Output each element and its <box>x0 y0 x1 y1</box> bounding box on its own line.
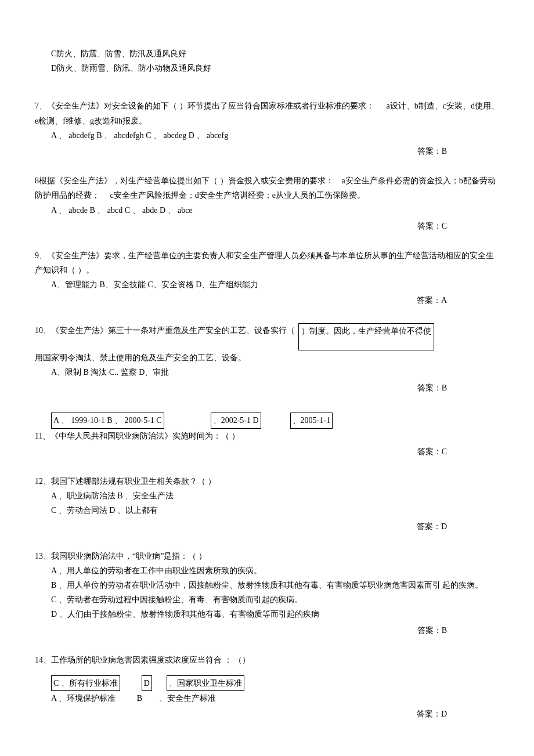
q13-opt-a: A 、用人单位的劳动者在工作中由职业性因素所致的疾病。 <box>35 563 499 578</box>
q14-box-d-label: D <box>142 675 152 691</box>
q13-opt-c: C 、劳动者在劳动过程中因接触粉尘、有毒、有害物质而引起的疾病。 <box>35 592 499 607</box>
q11-box2: 、2002-5-1 D <box>211 413 261 428</box>
q14-answer: 答案：D <box>35 707 499 721</box>
q8-stem-a: 8根据《安全生产法》，对生产经营单位提出如下（ ）资金投入或安全费用的要求： <box>35 176 334 185</box>
q12-options-line1: A 、职业病防治法 B 、安全生产法 <box>35 489 499 503</box>
q11-answer: 答案：C <box>35 444 499 459</box>
q14-opt-b-text: 、安全生产标准 <box>159 694 216 703</box>
q14-box-c: C 、所有行业标准 <box>51 675 120 691</box>
q9-answer: 答案：A <box>35 293 499 308</box>
question-9: 9、《安全生产法》要求，生产经营单位的主要负责人和安全生产管理人员必须具备与本单… <box>35 248 499 277</box>
q10-stem-box: ）制度。因此，生产经营单位不得使 <box>298 323 434 350</box>
q7-options: A 、 abcdefg B 、 abcdefgh C 、 abcdeg D 、 … <box>35 128 499 143</box>
q12-options-line2: C 、劳动合同法 D 、以上都有 <box>35 503 499 518</box>
q14-opt-a: A 、环境保护标准 <box>51 694 116 703</box>
q7-answer: 答案：B <box>35 144 499 158</box>
residual-option-d: D防火、防雨雪、防汛、防小动物及通风良好 <box>35 61 499 75</box>
q11-box1: A 、 1999-10-1 B 、 2000-5-1 C <box>51 413 164 428</box>
q10-stem-next: 用国家明令淘汰、禁止使用的危及生产安全的工艺、设备。 <box>35 350 499 365</box>
q9-options: A、管理能力 B、安全技能 C、安全资格 D、生产组织能力 <box>35 277 499 292</box>
q14-row1: C 、所有行业标准 D 、国家职业卫生标准 <box>35 675 499 691</box>
q7-stem-a: 7、《安全生产法》对安全设备的如下（ ）环节提出了应当符合国家标准或者行业标准的… <box>35 102 374 110</box>
q13-opt-b: B 、用人单位的劳动者在职业活动中，因接触粉尘、放射性物质和其他有毒、有害物质等… <box>35 578 499 592</box>
q14-box-d-text: 、国家职业卫生标准 <box>167 675 244 691</box>
q13-answer: 答案：B <box>35 623 499 638</box>
q11-box3: 、2005-1-1 <box>290 413 333 428</box>
q12-answer: 答案：D <box>35 519 499 534</box>
residual-option-c: C防火、防震、防雪、防汛及通风良好 <box>35 46 499 61</box>
q13-opt-d: D 、人们由于接触粉尘、放射性物质和其他有毒、有害物质等而引起的疾病 <box>35 607 499 621</box>
q14-opt-b-label: B <box>137 694 142 703</box>
question-14: 14、工作场所的职业病危害因素强度或浓度应当符合 ： （） <box>35 653 499 667</box>
q8-stem-c: c安全生产风险抵押金；d安全生产培训经费；e从业人员的工伤保险费。 <box>110 191 365 200</box>
q11-boxed-options: A 、 1999-10-1 B 、 2000-5-1 C 、2002-5-1 D… <box>35 413 499 428</box>
q8-answer: 答案：C <box>35 219 499 233</box>
q8-options: A 、 abcde B 、 abcd C 、 abde D 、 abce <box>35 203 499 218</box>
question-8: 8根据《安全生产法》，对生产经营单位提出如下（ ）资金投入或安全费用的要求： a… <box>35 173 499 202</box>
question-7: 7、《安全生产法》对安全设备的如下（ ）环节提出了应当符合国家标准或者行业标准的… <box>35 99 499 128</box>
question-11: 11、《中华人民共和国职业病防治法》实施时间为：（ ） <box>35 429 499 443</box>
q10-stem-left: 10、《安全生产法》第三十一条对严重危及生产安全的工艺、设备实行（ <box>35 323 295 338</box>
q14-row2: A 、环境保护标准 B 、安全生产标准 <box>35 691 499 706</box>
q10-answer: 答案：B <box>35 381 499 395</box>
q10-options: A、限制 B 淘汰 C.. 监察 D、审批 <box>35 365 499 379</box>
question-10: 10、《安全生产法》第三十一条对严重危及生产安全的工艺、设备实行（ ）制度。因此… <box>35 323 499 365</box>
question-13: 13、我国职业病防治法中，“职业病”是指：（ ） <box>35 549 499 563</box>
question-12: 12、我国下述哪部法规有职业卫生相关条款？（ ） <box>35 474 499 489</box>
